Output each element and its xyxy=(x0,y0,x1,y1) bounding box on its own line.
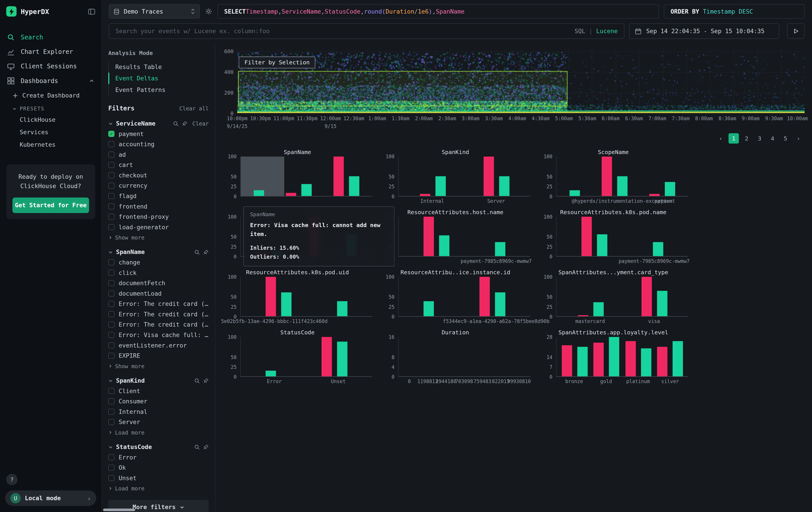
chart-plot[interactable] xyxy=(398,217,530,257)
chevron-down-icon[interactable] xyxy=(108,121,113,126)
filter-option[interactable]: flagd xyxy=(108,191,209,201)
filter-option[interactable]: Error: Visa cache full: … xyxy=(108,330,209,340)
source-select[interactable]: Demo Traces xyxy=(109,4,200,19)
local-mode-button[interactable]: U Local mode › xyxy=(5,490,96,506)
nav-chart-explorer[interactable]: Chart Explorer xyxy=(0,45,102,59)
search-icon[interactable] xyxy=(194,378,200,383)
analysis-mode-event-deltas[interactable]: Event Deltas xyxy=(108,73,209,84)
chart-plot[interactable] xyxy=(556,277,688,317)
gear-icon[interactable] xyxy=(205,8,213,15)
chevron-down-icon[interactable] xyxy=(108,444,113,449)
run-query-button[interactable] xyxy=(787,23,805,39)
filter-option[interactable]: Error xyxy=(108,452,209,463)
checkbox[interactable] xyxy=(108,321,115,328)
filter-option[interactable]: load-generator xyxy=(108,222,209,233)
chevron-down-icon[interactable] xyxy=(108,249,113,254)
search-bar[interactable]: SQL | Lucene xyxy=(109,23,624,39)
search-icon[interactable] xyxy=(194,444,200,450)
filter-option[interactable]: Error: The credit card (… xyxy=(108,298,209,309)
sql-mode-toggle[interactable]: SQL xyxy=(575,27,585,35)
help-button[interactable]: ? xyxy=(6,474,18,485)
filter-option[interactable]: EXPIRE xyxy=(108,350,209,361)
select-columns-input[interactable]: SELECT Timestamp, ServiceName, StatusCod… xyxy=(218,4,659,19)
checkbox[interactable] xyxy=(108,301,115,307)
filter-option[interactable]: checkout xyxy=(108,170,209,181)
filter-option[interactable]: Client xyxy=(108,386,209,396)
checkbox[interactable] xyxy=(108,214,115,220)
checkbox[interactable] xyxy=(108,388,115,394)
show-more-link[interactable]: Show more xyxy=(108,361,209,369)
collapse-sidebar-icon[interactable] xyxy=(88,8,95,15)
chart-plot[interactable] xyxy=(398,277,530,317)
pin-icon[interactable] xyxy=(203,378,209,383)
pin-icon[interactable] xyxy=(182,120,188,126)
pin-icon[interactable] xyxy=(203,249,209,255)
checkbox[interactable] xyxy=(108,183,115,189)
horizontal-scrollbar-thumb[interactable] xyxy=(103,508,135,511)
filter-option[interactable]: ad xyxy=(108,150,209,160)
checkbox[interactable] xyxy=(108,203,115,210)
chart-plot[interactable] xyxy=(556,217,688,257)
checkbox[interactable] xyxy=(108,152,115,158)
checkbox[interactable] xyxy=(108,408,115,415)
time-selection-region[interactable] xyxy=(238,71,568,106)
filter-option[interactable]: Error: The credit card (… xyxy=(108,309,209,319)
clear-filter-button[interactable]: Clear xyxy=(192,120,209,127)
filter-option[interactable]: cart xyxy=(108,160,209,170)
preset-kubernetes[interactable]: Kubernetes xyxy=(0,138,102,151)
pin-icon[interactable] xyxy=(203,444,209,450)
filter-option[interactable]: documentFetch xyxy=(108,278,209,288)
filter-option[interactable]: Server xyxy=(108,417,209,427)
date-range-picker[interactable]: Sep 14 22:04:35 - Sep 15 10:04:35 xyxy=(629,23,779,39)
checkbox[interactable]: ✓ xyxy=(108,131,115,137)
filter-option[interactable]: ✓payment xyxy=(108,129,209,139)
preset-services[interactable]: Services xyxy=(0,126,102,138)
chart-plot[interactable] xyxy=(398,337,530,377)
checkbox[interactable] xyxy=(108,342,115,348)
filter-option[interactable]: change xyxy=(108,257,209,268)
filter-option[interactable]: Unset xyxy=(108,473,209,483)
chart-plot[interactable] xyxy=(556,157,688,196)
filter-option[interactable]: frontend xyxy=(108,201,209,212)
checkbox[interactable] xyxy=(108,270,115,276)
filter-by-selection-button[interactable]: Filter by Selection xyxy=(239,57,315,69)
checkbox[interactable] xyxy=(108,290,115,297)
filter-option[interactable]: Ok xyxy=(108,462,209,473)
page-button-4[interactable]: 4 xyxy=(767,133,778,143)
prev-page-button[interactable]: ‹ xyxy=(716,133,726,143)
filter-option[interactable]: accounting xyxy=(108,139,209,150)
create-dashboard-button[interactable]: Create Dashboard xyxy=(0,88,102,102)
checkbox[interactable] xyxy=(108,353,115,359)
filter-option[interactable]: currency xyxy=(108,180,209,191)
chart-plot[interactable] xyxy=(240,277,372,317)
checkbox[interactable] xyxy=(108,419,115,425)
analysis-mode-event-patterns[interactable]: Event Patterns xyxy=(108,84,209,95)
search-input[interactable] xyxy=(115,27,570,35)
get-started-button[interactable]: Get Started for Free xyxy=(12,197,89,213)
checkbox[interactable] xyxy=(108,224,115,230)
nav-client-sessions[interactable]: Client Sessions xyxy=(0,59,102,74)
checkbox[interactable] xyxy=(108,259,115,265)
filter-option[interactable]: Internal xyxy=(108,406,209,417)
chart-plot[interactable] xyxy=(556,337,688,377)
nav-search[interactable]: Search xyxy=(0,30,102,45)
chevron-down-icon[interactable] xyxy=(108,378,113,383)
filter-option[interactable]: eventListener.error xyxy=(108,340,209,351)
checkbox[interactable] xyxy=(108,454,115,460)
order-by-input[interactable]: ORDER BY Timestamp DESC xyxy=(664,4,805,19)
filter-option[interactable]: frontend-proxy xyxy=(108,212,209,222)
checkbox[interactable] xyxy=(108,172,115,178)
filter-option[interactable]: click xyxy=(108,268,209,278)
presets-toggle[interactable]: PRESETS xyxy=(0,102,102,113)
heatmap-plot[interactable]: Filter by Selection xyxy=(237,49,805,113)
filter-option[interactable]: Error: The credit card (… xyxy=(108,319,209,330)
chart-plot[interactable] xyxy=(398,157,530,196)
chart-plot[interactable] xyxy=(240,157,372,196)
checkbox[interactable] xyxy=(108,141,115,147)
analysis-mode-results-table[interactable]: Results Table xyxy=(108,61,209,73)
page-button-5[interactable]: 5 xyxy=(780,133,791,143)
search-icon[interactable] xyxy=(173,120,179,126)
search-icon[interactable] xyxy=(194,249,200,255)
checkbox[interactable] xyxy=(108,162,115,168)
checkbox[interactable] xyxy=(108,398,115,404)
